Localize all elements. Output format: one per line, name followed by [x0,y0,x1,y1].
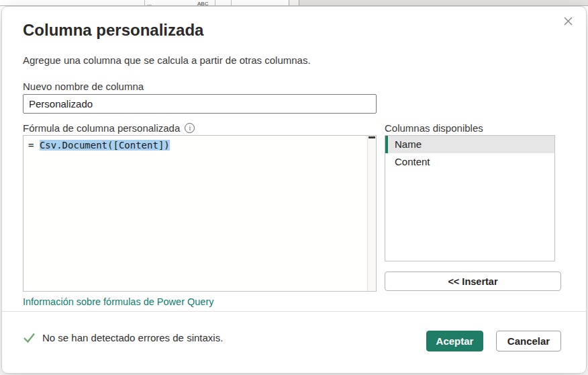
selection-bar [385,136,388,153]
check-icon [23,332,36,343]
formula-scrollbar-thumb[interactable] [369,136,375,138]
formula-label: Fórmula de columna personalizada [23,122,180,134]
available-columns-listbox[interactable]: Name Content [385,135,555,261]
close-button[interactable] [561,14,575,28]
close-icon [562,15,574,27]
info-icon[interactable]: i [185,123,195,133]
power-query-formulas-link[interactable]: Información sobre fórmulas de Power Quer… [23,296,214,307]
background-pane [299,0,588,6]
cancel-button[interactable]: Cancelar [496,331,561,351]
list-item-label: Content [395,156,430,167]
dialog-subtitle: Agregue una columna que se calcula a par… [23,54,311,66]
formula-scrollbar[interactable] [367,136,376,291]
custom-column-dialog: Columna personalizada Agregue una column… [1,6,587,374]
list-item-content[interactable]: Content [385,153,554,171]
new-column-name-input[interactable] [23,94,377,114]
insert-column-button[interactable]: << Insertar [385,272,561,291]
syntax-status: No se han detectado errores de sintaxis. [23,332,223,343]
background-cell [289,0,299,6]
formula-selected-code: Csv.Document([Content]) [40,140,170,151]
accept-button[interactable]: Aceptar [426,331,483,351]
screen: ... ABC Columna personalizada Agregue un… [0,0,588,375]
formula-line: = Csv.Document([Content]) [23,136,376,151]
list-item-label: Name [395,138,422,150]
formula-label-row: Fórmula de columna personalizada i [23,122,195,134]
formula-prefix: = [28,140,34,151]
column-menu-dots: ... [147,1,152,6]
available-columns-label: Columnas disponibles [385,122,483,134]
syntax-status-text: No se han detectado errores de sintaxis. [42,332,223,343]
grid-line [231,0,232,6]
list-item-name[interactable]: Name [385,136,554,153]
grid-line [144,0,145,6]
background-app-strip: ... ABC [0,0,588,6]
dialog-title: Columna personalizada [23,21,203,40]
footer-separator [2,311,586,312]
new-column-name-label: Nuevo nombre de columna [23,81,144,92]
column-type-abc-label: ABC [197,1,208,6]
formula-editor[interactable]: = Csv.Document([Content]) [23,135,377,292]
grid-line [215,0,215,6]
